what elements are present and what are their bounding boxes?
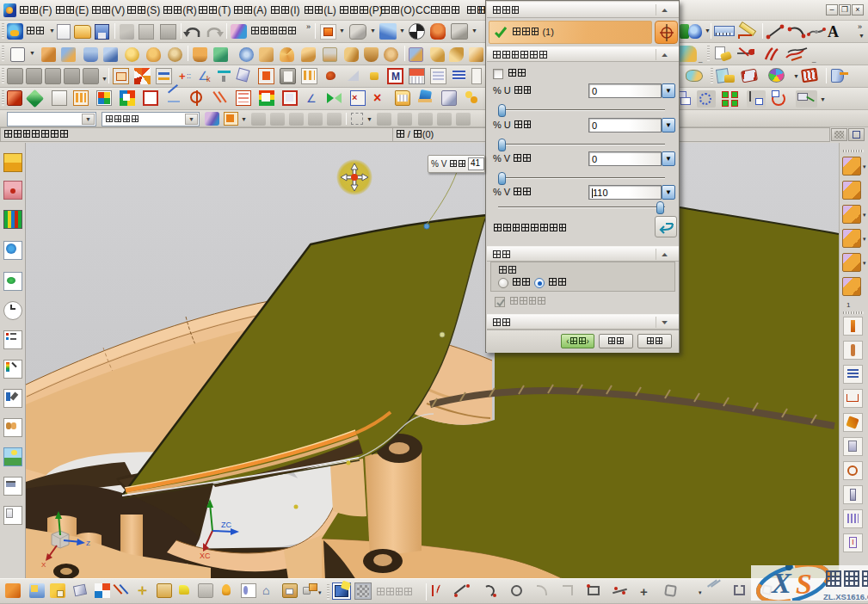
- svg-text:XC: XC: [200, 552, 211, 560]
- svg-text:Z: Z: [86, 539, 90, 547]
- svg-text:ZC: ZC: [221, 521, 231, 529]
- svg-text:S: S: [796, 568, 812, 600]
- svg-text:X: X: [41, 561, 46, 569]
- svg-text:X: X: [771, 567, 792, 599]
